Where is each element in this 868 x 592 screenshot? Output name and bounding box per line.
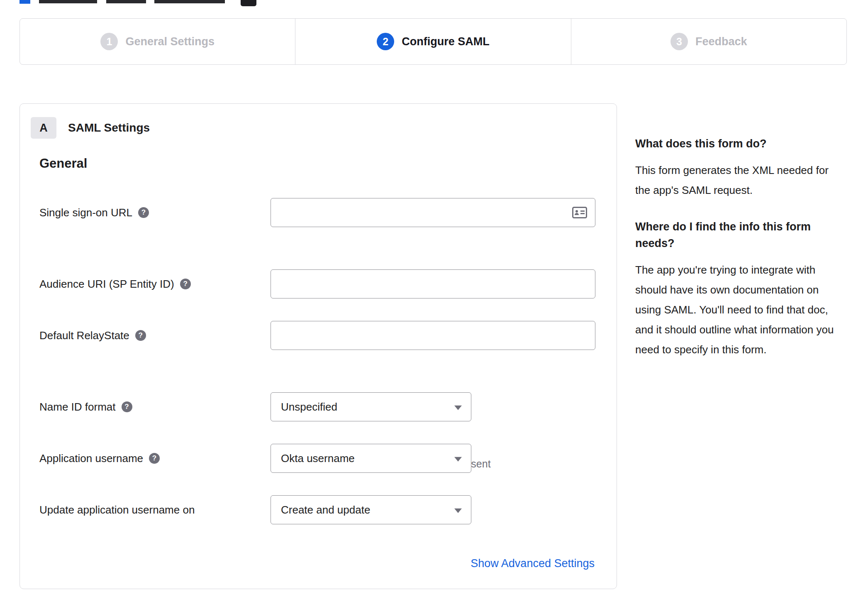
cutoff-header-fragment xyxy=(241,0,256,6)
form-row-name-id-format: Name ID format ? Unspecified xyxy=(39,392,608,421)
select-value: Create and update xyxy=(281,504,370,516)
field-label: Update application username on xyxy=(39,504,195,516)
single-sign-on-url-input[interactable] xyxy=(271,198,595,227)
step-label: Feedback xyxy=(695,35,747,48)
help-block: Where do I find the info this form needs… xyxy=(635,218,843,360)
field-label: Single sign-on URL xyxy=(39,206,132,219)
field-label: Application username xyxy=(39,452,143,465)
name-id-format-select[interactable]: Unspecified xyxy=(271,392,471,421)
caret-down-icon xyxy=(454,406,462,410)
cutoff-header-fragment xyxy=(106,0,146,3)
step-configure-saml[interactable]: 2 Configure SAML xyxy=(295,19,571,64)
step-number-badge: 2 xyxy=(377,33,394,50)
help-heading: What does this form do? xyxy=(635,135,843,152)
help-sidebar: What does this form do? This form genera… xyxy=(635,135,843,360)
field-label: Audience URI (SP Entity ID) xyxy=(39,278,174,291)
form-row-audience-uri: Audience URI (SP Entity ID) ? xyxy=(39,269,608,298)
form-row-application-username: Application username ? Okta username xyxy=(39,444,608,473)
help-icon[interactable]: ? xyxy=(122,401,132,412)
select-value: Unspecified xyxy=(281,401,337,413)
form-row-default-relaystate: Default RelayState ? xyxy=(39,321,608,350)
default-relaystate-input[interactable] xyxy=(271,321,595,350)
help-icon[interactable]: ? xyxy=(138,207,149,218)
cutoff-header-fragment xyxy=(20,0,30,4)
cutoff-header-fragment xyxy=(154,0,225,3)
help-body: This form generates the XML needed for t… xyxy=(635,160,843,200)
help-icon[interactable]: ? xyxy=(180,279,191,289)
caret-down-icon xyxy=(454,509,462,513)
show-advanced-settings-link[interactable]: Show Advanced Settings xyxy=(471,557,595,570)
form-row-single-sign-on-url: Single sign-on URL ? xyxy=(39,198,608,227)
help-icon[interactable]: ? xyxy=(135,330,146,341)
step-number-badge: 1 xyxy=(100,33,118,50)
step-label: General Settings xyxy=(125,35,215,48)
section-a-badge: A xyxy=(31,117,56,139)
step-feedback[interactable]: 3 Feedback xyxy=(571,19,846,64)
select-value: Okta username xyxy=(281,452,355,465)
field-label: Default RelayState xyxy=(39,329,129,342)
caret-down-icon xyxy=(454,457,462,462)
address-card-icon[interactable] xyxy=(572,207,587,218)
help-body: The app you're trying to integrate with … xyxy=(635,260,843,360)
step-label: Configure SAML xyxy=(402,35,489,48)
help-icon[interactable]: ? xyxy=(149,453,160,464)
help-block: What does this form do? This form genera… xyxy=(635,135,843,200)
form-row-update-application-username: Update application username on Create an… xyxy=(39,495,608,524)
section-title: SAML Settings xyxy=(68,117,150,139)
general-group-title: General xyxy=(39,156,87,171)
wizard-stepper: 1 General Settings 2 Configure SAML 3 Fe… xyxy=(20,18,847,65)
update-application-username-select[interactable]: Create and update xyxy=(271,495,471,524)
application-username-select[interactable]: Okta username xyxy=(271,444,471,473)
step-number-badge: 3 xyxy=(671,33,688,50)
saml-settings-card: A SAML Settings General Single sign-on U… xyxy=(20,103,617,589)
field-label: Name ID format xyxy=(39,401,116,413)
help-heading: Where do I find the info this form needs… xyxy=(635,218,843,252)
step-general-settings[interactable]: 1 General Settings xyxy=(20,19,295,64)
cutoff-header-fragment xyxy=(39,0,97,3)
audience-uri-input[interactable] xyxy=(271,269,595,298)
